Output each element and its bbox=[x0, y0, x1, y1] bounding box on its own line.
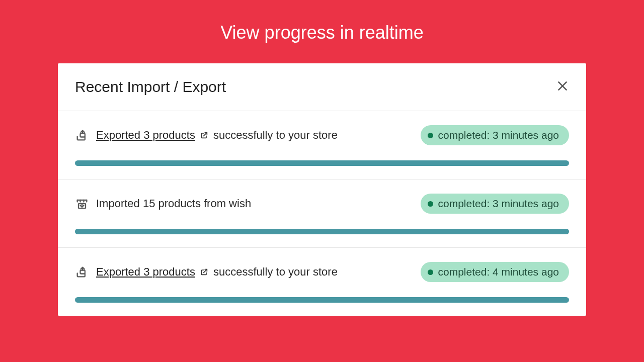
status-dot-icon bbox=[428, 133, 433, 138]
status-text: completed: 3 minutes ago bbox=[438, 129, 559, 141]
status-dot-icon bbox=[428, 269, 433, 275]
activity-row: Imported 15 products from wish completed… bbox=[75, 194, 569, 214]
status-text: completed: 4 minutes ago bbox=[438, 266, 559, 278]
close-button[interactable] bbox=[556, 79, 569, 95]
recent-import-export-panel: Recent Import / Export Exported 3 produc… bbox=[58, 63, 586, 316]
progress-bar bbox=[75, 297, 569, 303]
activity-plain-text: Imported 15 products from wish bbox=[96, 197, 251, 210]
activity-text: Exported 3 products successfully to your… bbox=[96, 265, 338, 279]
export-icon bbox=[75, 265, 89, 279]
activity-item: Imported 15 products from wish completed… bbox=[58, 179, 586, 248]
activity-suffix: successfully to your store bbox=[213, 265, 338, 279]
progress-bar bbox=[75, 229, 569, 234]
exported-products-link[interactable]: Exported 3 products bbox=[96, 129, 195, 142]
status-badge: completed: 3 minutes ago bbox=[421, 194, 569, 214]
progress-bar bbox=[75, 160, 569, 166]
exported-products-link[interactable]: Exported 3 products bbox=[96, 265, 195, 279]
panel-title: Recent Import / Export bbox=[75, 78, 226, 96]
status-badge: completed: 4 minutes ago bbox=[421, 262, 569, 282]
activity-text: Exported 3 products successfully to your… bbox=[96, 129, 338, 142]
activity-suffix: successfully to your store bbox=[213, 129, 338, 142]
activity-row: Exported 3 products successfully to your… bbox=[75, 125, 569, 145]
activity-row: Exported 3 products successfully to your… bbox=[75, 262, 569, 282]
close-icon bbox=[556, 79, 569, 95]
external-link-icon bbox=[200, 268, 208, 276]
hero-title: View progress in realtime bbox=[0, 0, 644, 63]
activity-item: Exported 3 products successfully to your… bbox=[58, 248, 586, 316]
status-text: completed: 3 minutes ago bbox=[438, 198, 559, 210]
export-icon bbox=[75, 128, 89, 142]
activity-text: Imported 15 products from wish bbox=[96, 197, 251, 210]
external-link-icon bbox=[200, 131, 208, 139]
import-icon bbox=[75, 197, 89, 211]
status-badge: completed: 3 minutes ago bbox=[421, 125, 569, 145]
activity-item: Exported 3 products successfully to your… bbox=[58, 111, 586, 179]
panel-header: Recent Import / Export bbox=[58, 63, 586, 111]
status-dot-icon bbox=[428, 201, 433, 207]
